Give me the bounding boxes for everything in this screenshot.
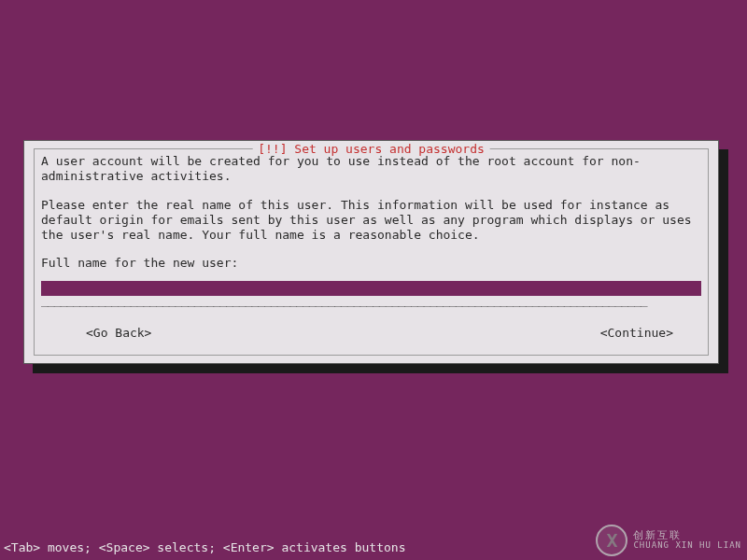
dialog-border: [!!] Set up users and passwords: [34, 148, 709, 356]
dialog-title: [!!] Set up users and passwords: [258, 142, 485, 156]
watermark-en: CHUANG XIN HU LIAN: [633, 541, 741, 551]
watermark: X 创新互联 CHUANG XIN HU LIAN: [596, 525, 741, 556]
watermark-text: 创新互联 CHUANG XIN HU LIAN: [633, 530, 741, 551]
installer-dialog: [!!] Set up users and passwords A user a…: [23, 140, 719, 364]
dialog-title-wrap: [!!] Set up users and passwords: [252, 142, 490, 156]
footer-hint: <Tab> moves; <Space> selects; <Enter> ac…: [4, 540, 405, 554]
watermark-logo-icon: X: [596, 525, 627, 556]
